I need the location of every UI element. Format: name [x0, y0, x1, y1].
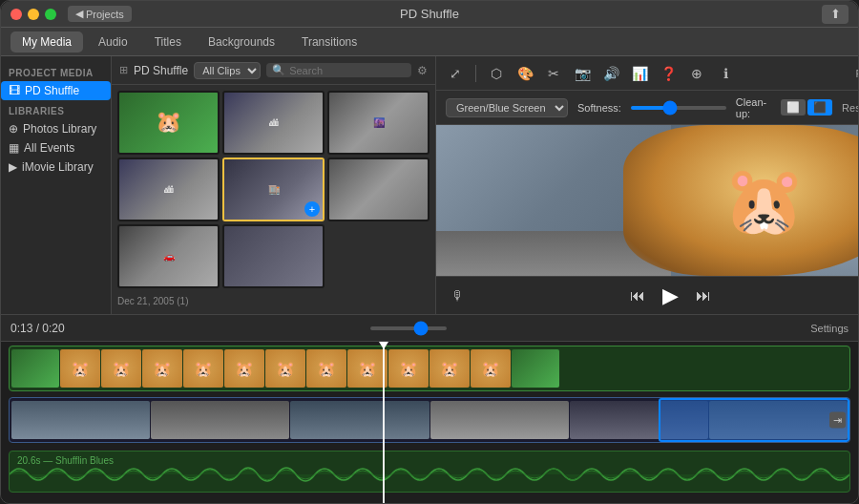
events-icon: ▦ — [9, 141, 19, 155]
audio-btn[interactable]: 🔊 — [599, 62, 622, 85]
track-frame-hamster-1: 🐹 — [60, 349, 100, 388]
microphone-button[interactable]: 🎙 — [451, 288, 465, 304]
chroma-key-select[interactable]: Green/Blue Screen — [446, 98, 568, 117]
timeline-area: 0:13 / 0:20 Settings 🐹 🐹 🐹 🐹 🐹 🐹 — [1, 314, 858, 504]
track-frame-hamster-8: 🐹 — [347, 349, 388, 388]
search-icon: 🔍 — [272, 64, 285, 76]
media-panel: ⊞ PD Shuffle All Clips 🔍 ⚙ 🐹 — [112, 56, 436, 314]
titlebar: ◀ Projects PD Shuffle ⬆ — [1, 1, 858, 28]
city-track[interactable]: ⇥ — [9, 397, 850, 443]
cleanup-off-btn[interactable]: ⬜ — [781, 99, 806, 116]
sidebar-item-label-events: All Events — [24, 141, 74, 155]
help-btn[interactable]: ❓ — [657, 62, 680, 85]
volume-slider[interactable] — [370, 326, 447, 330]
add-btn[interactable]: ⊕ — [685, 62, 708, 85]
film-icon: 🎞 — [9, 84, 20, 97]
reset-all-button[interactable]: Reset All — [856, 68, 858, 79]
settings-label[interactable]: Settings — [810, 323, 849, 334]
back-button[interactable]: ◀ Projects — [68, 6, 132, 22]
chevron-left-icon: ◀ — [75, 8, 83, 20]
sidebar-item-pd-shuffle[interactable]: 🎞 PD Shuffle — [1, 81, 111, 100]
audio-track[interactable]: 20.6s — Shufflin Blues — [9, 451, 850, 493]
media-thumb-2[interactable]: 🏙 — [222, 91, 325, 155]
search-box: 🔍 — [266, 63, 411, 77]
color-btn[interactable]: 🎨 — [513, 62, 536, 85]
preview-video: 🐹 — [436, 125, 858, 276]
skip-forward-button[interactable]: ⏭ — [696, 287, 711, 304]
chart-btn[interactable]: 📊 — [628, 62, 651, 85]
close-button[interactable] — [10, 9, 22, 20]
move-tool-btn[interactable]: ⤢ — [444, 62, 467, 85]
city-frame-3 — [290, 401, 429, 439]
camera-btn[interactable]: 📷 — [571, 62, 594, 85]
timeline-tracks: 🐹 🐹 🐹 🐹 🐹 🐹 🐹 🐹 🐹 🐹 🐹 — [1, 342, 858, 504]
libraries-section-label: LIBRARIES — [1, 100, 111, 119]
thumb-image-8 — [224, 226, 323, 286]
preview-panel: ⤢ ⬡ 🎨 ✂ 📷 🔊 📊 ❓ ⊕ ℹ Reset All Green/Blue… — [436, 56, 858, 314]
fullscreen-button[interactable] — [45, 9, 56, 20]
share-button[interactable]: ⬆ — [822, 5, 849, 24]
playback-controls: 🎙 ⏮ ▶ ⏭ ⤢ — [436, 276, 858, 314]
skip-back-button[interactable]: ⏮ — [630, 287, 645, 304]
photos-icon: ⊕ — [9, 122, 18, 136]
tab-audio[interactable]: Audio — [87, 32, 139, 52]
tab-backgrounds[interactable]: Backgrounds — [197, 32, 286, 52]
reset-button[interactable]: Reset — [842, 102, 858, 114]
sidebar-item-label-photos: Photos Library — [23, 122, 96, 136]
cleanup-on-btn[interactable]: ⬛ — [807, 99, 832, 116]
tab-titles[interactable]: Titles — [143, 32, 193, 52]
blue-segment[interactable] — [659, 398, 849, 442]
trim-btn[interactable]: ✂ — [542, 62, 565, 85]
settings-icon[interactable]: ⚙ — [417, 64, 428, 77]
all-clips-select[interactable]: All Clips — [194, 62, 261, 79]
media-thumb-6[interactable] — [327, 158, 430, 221]
tab-transitions[interactable]: Transitions — [290, 32, 368, 52]
playhead — [383, 342, 385, 504]
sep1 — [475, 65, 476, 82]
hamster-track[interactable]: 🐹 🐹 🐹 🐹 🐹 🐹 🐹 🐹 🐹 🐹 🐹 — [9, 346, 850, 391]
track-row-audio: 20.6s — Shufflin Blues — [1, 449, 858, 496]
minimize-button[interactable] — [28, 9, 39, 20]
content-area: PROJECT MEDIA 🎞 PD Shuffle LIBRARIES ⊕ P… — [1, 56, 858, 314]
thumb-image-6 — [329, 159, 428, 220]
play-button[interactable]: ▶ — [662, 284, 679, 308]
media-toolbar: ⊞ PD Shuffle All Clips 🔍 ⚙ — [112, 56, 435, 85]
hamster-overlay: 🐹 — [623, 125, 858, 276]
effects-toolbar: ⤢ ⬡ 🎨 ✂ 📷 🔊 📊 ❓ ⊕ ℹ Reset All — [436, 56, 858, 91]
time-display: 0:13 / 0:20 — [10, 322, 65, 335]
media-thumb-5[interactable]: 🏬 + — [222, 158, 325, 221]
sidebar-item-label-imovie: iMovie Library — [22, 160, 94, 174]
sidebar-item-photos[interactable]: ⊕ Photos Library — [1, 119, 111, 138]
crop-btn[interactable]: ⬡ — [485, 62, 508, 85]
sidebar-item-imovie[interactable]: ▶ iMovie Library — [1, 158, 111, 177]
sidebar-item-events[interactable]: ▦ All Events — [1, 138, 111, 158]
project-section-label: PROJECT MEDIA — [1, 62, 111, 81]
softness-label: Softness: — [577, 102, 621, 114]
timeline-header: 0:13 / 0:20 Settings — [1, 315, 858, 342]
cleanup-buttons: ⬜ ⬛ — [781, 99, 832, 116]
cleanup-label: Clean-up: — [736, 96, 771, 119]
track-frame-green-end — [512, 349, 559, 388]
chroma-toolbar: Green/Blue Screen Softness: Clean-up: ⬜ … — [436, 91, 858, 125]
thumb-image-3: 🌆 — [329, 93, 428, 153]
city-frame-1 — [11, 401, 150, 439]
add-badge: + — [304, 201, 320, 217]
sidebar: PROJECT MEDIA 🎞 PD Shuffle LIBRARIES ⊕ P… — [1, 56, 112, 314]
track-row-hamster: 🐹 🐹 🐹 🐹 🐹 🐹 🐹 🐹 🐹 🐹 🐹 — [1, 342, 858, 395]
softness-slider[interactable] — [631, 106, 726, 110]
audio-waveform — [10, 459, 849, 490]
imovie-icon: ▶ — [9, 160, 17, 174]
thumb-image-4: 🏙 — [119, 159, 218, 220]
media-thumb-4[interactable]: 🏙 — [117, 158, 220, 221]
track-frame-hamster-3: 🐹 — [142, 349, 182, 388]
thumb-image-2: 🏙 — [224, 93, 323, 153]
media-thumb-8[interactable] — [222, 224, 325, 288]
tab-my-media[interactable]: My Media — [10, 32, 83, 52]
media-thumb-1[interactable]: 🐹 — [117, 91, 220, 155]
media-thumb-3[interactable]: 🌆 — [327, 91, 430, 155]
grid-view-icon: ⊞ — [119, 64, 128, 76]
search-input[interactable] — [289, 65, 406, 76]
main-content: My Media Audio Titles Backgrounds Transi… — [1, 28, 858, 504]
info-btn[interactable]: ℹ — [714, 62, 737, 85]
media-thumb-7[interactable]: 🚗 — [117, 224, 220, 288]
